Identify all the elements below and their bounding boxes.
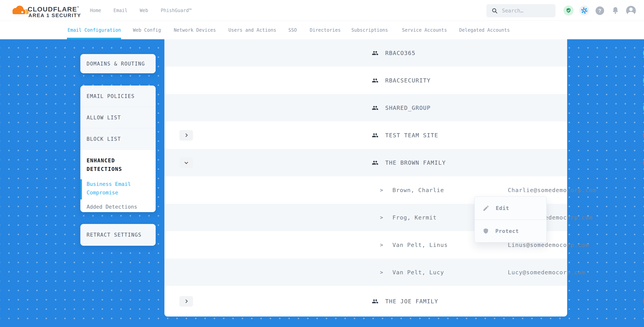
avatar-icon[interactable]: [626, 6, 636, 15]
sidebar-heading-enhanced-detections[interactable]: ENHANCED DETECTIONS: [86, 156, 133, 173]
member-chevron-icon: >: [380, 187, 383, 193]
table-row: > Van Pelt, Lucy Lucy@somedemocorp.com: [164, 259, 567, 286]
group-name: RBACSECURITY: [385, 77, 431, 84]
sidebar-item-domains-routing[interactable]: DOMAINS & ROUTING: [80, 54, 156, 73]
active-item-indicator: [80, 179, 82, 199]
topnav-home[interactable]: Home: [90, 0, 101, 21]
group-icon: [371, 159, 379, 166]
shield-check-icon[interactable]: [564, 5, 574, 15]
sidebar-item-added-detections[interactable]: Added Detections: [86, 204, 150, 210]
member-email: Charlie@somedemocorp.com: [508, 187, 596, 193]
group-name: THE JOE FAMILY: [385, 298, 438, 305]
menu-item-label: Protect: [495, 228, 519, 234]
sidebar-item-block-list[interactable]: BLOCK LIST: [80, 128, 156, 150]
brand-subtitle: AREA 1 SECURITY: [28, 12, 81, 18]
menu-item-protect[interactable]: Protect: [475, 220, 546, 242]
menu-item-edit[interactable]: Edit: [475, 197, 546, 220]
search-input[interactable]: [502, 8, 547, 13]
sidebar-card-domains-routing[interactable]: DOMAINS & ROUTING: [80, 54, 156, 73]
tab-directories[interactable]: Directories: [310, 21, 341, 39]
tab-users-and-actions[interactable]: Users and Actions: [228, 21, 276, 39]
member-name: Frog, Kermit: [392, 214, 437, 221]
table-row: SHARED_GROUP 0/0: [164, 94, 567, 121]
tab-web-config[interactable]: Web Config: [133, 21, 161, 39]
collapse-row-button[interactable]: [180, 157, 193, 168]
search-icon: [492, 7, 498, 14]
group-name: RBACO365: [385, 50, 416, 56]
member-chevron-icon: >: [380, 242, 383, 248]
group-icon: [371, 132, 379, 139]
tab-service-accounts[interactable]: Service Accounts: [402, 21, 447, 39]
table-row: RBACO365 0/0: [164, 39, 567, 67]
chevron-right-icon: [184, 133, 188, 137]
app-header: CLOUDFLARE® AREA 1 SECURITY Home Email W…: [0, 0, 644, 21]
table-row: THE BROWN FAMILY 0/4: [164, 149, 567, 176]
group-icon: [371, 50, 379, 56]
bell-icon[interactable]: [611, 6, 620, 15]
member-chevron-icon: >: [380, 270, 383, 275]
expand-row-button[interactable]: [180, 130, 193, 141]
config-tab-bar: Email Configuration Web Config Network D…: [0, 21, 644, 39]
tab-delegated-accounts[interactable]: Delegated Accounts: [459, 21, 510, 39]
groups-table-panel: RBACO365 0/0 RBACSECURITY 0/0 SHARED_GRO…: [164, 39, 567, 317]
gear-icon[interactable]: [579, 5, 589, 15]
topnav-phishguard[interactable]: PhishGuard™: [161, 0, 192, 21]
tab-sso[interactable]: SSO: [288, 21, 297, 39]
tab-subscriptions[interactable]: Subscriptions: [352, 21, 388, 39]
chevron-right-icon: [184, 299, 188, 303]
sidebar-item-business-email-compromise[interactable]: Business Email Compromise: [86, 180, 135, 197]
member-email: Lucy@somedemocorp.com: [508, 269, 585, 276]
brand-trademark: ®: [77, 5, 80, 8]
help-icon[interactable]: ?: [596, 6, 604, 15]
menu-item-label: Edit: [496, 205, 509, 211]
status-blocked-badge: [643, 296, 644, 307]
shield-icon: [482, 228, 489, 235]
status-ok-badge: [643, 102, 644, 113]
group-name: TEST TEAM SITE: [385, 132, 438, 139]
topnav-email[interactable]: Email: [114, 0, 128, 21]
area1-security-app: CLOUDFLARE® AREA 1 SECURITY Home Email W…: [0, 0, 644, 327]
group-icon: [371, 77, 379, 84]
sidebar-item-retract-settings[interactable]: RETRACT SETTINGS: [80, 224, 156, 246]
table-row: THE JOE FAMILY 0/5: [164, 286, 567, 317]
sidebar-card-policies: EMAIL POLICIES ALLOW LIST BLOCK LIST ENH…: [80, 85, 156, 212]
avatar-head: [629, 7, 633, 11]
table-row: RBACSECURITY 0/0: [164, 67, 567, 94]
group-icon: [371, 298, 379, 305]
avatar-body: [628, 12, 634, 15]
member-name: Van Pelt, Linus: [392, 242, 448, 248]
group-icon: [371, 105, 379, 111]
member-name: Van Pelt, Lucy: [392, 269, 444, 276]
tab-network-devices[interactable]: Network Devices: [174, 21, 216, 39]
expand-row-button[interactable]: [180, 296, 193, 307]
group-name: SHARED_GROUP: [385, 105, 431, 111]
status-blocked-badge: [643, 157, 644, 168]
search-box[interactable]: [486, 4, 556, 17]
brand-name: CLOUDFLARE®: [28, 5, 80, 13]
sidebar-item-label: Business Email Compromise: [86, 181, 131, 196]
group-name: THE BROWN FAMILY: [385, 159, 446, 166]
pencil-icon: [482, 205, 490, 212]
tab-email-configuration[interactable]: Email Configuration: [68, 21, 121, 39]
sidebar-item-allow-list[interactable]: ALLOW LIST: [80, 107, 156, 128]
chevron-down-icon: [184, 160, 188, 164]
status-blocked-badge: [643, 130, 644, 141]
status-ok-badge: [643, 48, 644, 58]
topnav-web[interactable]: Web: [140, 0, 148, 21]
status-ok-badge: [643, 75, 644, 86]
active-tab-underline: [67, 38, 121, 39]
sidebar-card-retract-settings[interactable]: RETRACT SETTINGS: [80, 224, 156, 246]
table-row: TEST TEAM SITE 0/1: [164, 121, 567, 149]
row-context-menu: Edit Protect: [474, 196, 547, 243]
sidebar-section-enhanced-detections: ENHANCED DETECTIONS Business Email Compr…: [80, 150, 156, 212]
member-name: Brown, Charlie: [392, 187, 444, 193]
sidebar-item-email-policies[interactable]: EMAIL POLICIES: [80, 85, 156, 107]
member-chevron-icon: >: [380, 215, 383, 221]
